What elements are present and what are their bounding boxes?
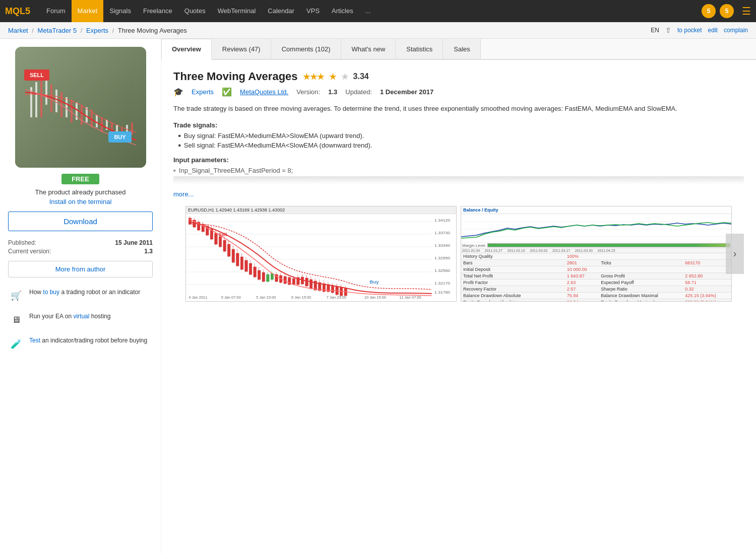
breadcrumb-metatrader[interactable]: MetaTrader 5 bbox=[38, 27, 77, 34]
free-badge: FREE bbox=[61, 174, 99, 184]
language-selector[interactable]: EN bbox=[651, 27, 659, 34]
svg-rect-75 bbox=[267, 274, 269, 282]
tab-comments[interactable]: Comments (102) bbox=[271, 39, 341, 59]
to-pocket-link[interactable]: to pocket bbox=[677, 27, 702, 34]
product-illustration: SELL BUY bbox=[15, 47, 146, 168]
tab-whats-new[interactable]: What's new bbox=[341, 39, 396, 59]
nav-forum[interactable]: Forum bbox=[40, 0, 72, 22]
promo-virtual-text: Run your EA on virtual hosting bbox=[29, 312, 110, 321]
share-icon[interactable]: ⇧ bbox=[665, 26, 671, 34]
balance-svg bbox=[461, 214, 731, 242]
screenshot-chart-1[interactable]: EURUSD,H1 1.42940 1.43169 1.42938 1.4300… bbox=[185, 206, 457, 302]
nav-quotes[interactable]: Quotes bbox=[178, 0, 212, 22]
published-label: Published: bbox=[8, 239, 36, 246]
message-count: 5 bbox=[720, 4, 734, 18]
nav-calendar[interactable]: Calendar bbox=[262, 0, 300, 22]
svg-text:SELL: SELL bbox=[29, 72, 43, 78]
nav-webterminal[interactable]: WebTerminal bbox=[212, 0, 262, 22]
svg-rect-57 bbox=[228, 244, 230, 256]
svg-text:1.31780: 1.31780 bbox=[434, 290, 450, 295]
download-button[interactable]: Download bbox=[8, 212, 153, 231]
svg-rect-65 bbox=[245, 260, 247, 271]
nav-signals[interactable]: Signals bbox=[103, 0, 137, 22]
brand-logo[interactable]: MQL5 bbox=[5, 6, 30, 17]
product-title-row: Three Moving Averages ★★★★★ 3.34 bbox=[173, 70, 744, 83]
tab-statistics[interactable]: Statistics bbox=[396, 39, 443, 59]
test-link[interactable]: Test bbox=[29, 337, 40, 344]
svg-rect-9 bbox=[71, 100, 73, 122]
svg-text:5 Jan 23:00: 5 Jan 23:00 bbox=[256, 295, 276, 300]
category-link[interactable]: Experts bbox=[192, 88, 214, 96]
svg-text:1.32950: 1.32950 bbox=[434, 255, 450, 260]
message-badge[interactable]: 5 bbox=[720, 4, 734, 18]
version-row: Current version: 1.3 bbox=[8, 248, 153, 255]
more-from-author-button[interactable]: More from author bbox=[8, 261, 153, 277]
stats-table: History Quality100% Bars2801Ticks663170 … bbox=[461, 253, 731, 302]
brand-version: 5 bbox=[25, 6, 30, 16]
star-half: ★ bbox=[329, 72, 336, 82]
chart-svg-1: 1.34120 1.33730 1.33340 1.32950 1.32560 … bbox=[186, 214, 456, 300]
svg-rect-2 bbox=[35, 82, 37, 117]
svg-rect-93 bbox=[305, 278, 308, 286]
breadcrumb-market[interactable]: Market bbox=[8, 27, 28, 34]
svg-rect-87 bbox=[292, 278, 295, 285]
right-content: Overview Reviews (47) Comments (102) Wha… bbox=[161, 39, 756, 553]
svg-text:Buy: Buy bbox=[369, 280, 379, 285]
svg-text:1.33730: 1.33730 bbox=[434, 230, 450, 235]
install-on-terminal-link[interactable]: Install on the terminal bbox=[8, 198, 153, 205]
nav-freelance[interactable]: Freelance bbox=[137, 0, 178, 22]
svg-rect-6 bbox=[55, 90, 57, 112]
svg-rect-59 bbox=[232, 249, 234, 262]
svg-rect-105 bbox=[331, 286, 334, 293]
svg-rect-69 bbox=[254, 267, 256, 277]
screenshots-area: EURUSD,H1 1.42940 1.43169 1.42938 1.4300… bbox=[173, 206, 744, 302]
nav-more[interactable]: ... bbox=[359, 0, 377, 22]
svg-text:1.32560: 1.32560 bbox=[434, 268, 450, 273]
complain-link[interactable]: complain bbox=[724, 27, 748, 34]
to-buy-link[interactable]: to buy bbox=[43, 289, 59, 296]
published-value: 15 June 2011 bbox=[115, 239, 153, 246]
tabs-bar: Overview Reviews (47) Comments (102) Wha… bbox=[161, 39, 756, 60]
breadcrumb-sep-2: / bbox=[81, 27, 83, 34]
stats-dates: 2011.01.04 2011.01.27 2011.02.10 2011.03… bbox=[461, 248, 731, 253]
svg-text:6 Jan 15:00: 6 Jan 15:00 bbox=[291, 295, 311, 300]
signal-list: Buy signal: FastEMA>MediumEMA>SlowEMA (u… bbox=[173, 132, 744, 149]
virtual-icon: 🖥 bbox=[8, 312, 24, 328]
screenshot-chart-2[interactable]: Balance / Equity bbox=[461, 206, 732, 302]
tab-reviews[interactable]: Reviews (47) bbox=[212, 39, 271, 59]
nav-market[interactable]: Market bbox=[72, 0, 104, 22]
more-link[interactable]: more... bbox=[173, 190, 744, 198]
nav-articles[interactable]: Articles bbox=[326, 0, 359, 22]
signal-sell-text: Sell signal: FastEMA<MediumEMA<SlowEMA (… bbox=[184, 142, 372, 149]
svg-text:4 Jan 2011: 4 Jan 2011 bbox=[188, 295, 207, 300]
svg-rect-51 bbox=[215, 233, 217, 244]
notification-badge[interactable]: 5 bbox=[702, 4, 716, 18]
nav-vps[interactable]: VPS bbox=[300, 0, 326, 22]
next-screenshot-arrow[interactable]: › bbox=[726, 234, 744, 274]
svg-rect-11 bbox=[81, 105, 83, 125]
purchased-text: The product already purchased bbox=[8, 188, 153, 196]
svg-text:Sell: Sell bbox=[218, 232, 227, 237]
version-value: 1.3 bbox=[144, 248, 153, 255]
promo-virtual: 🖥 Run your EA on virtual hosting bbox=[8, 312, 153, 328]
svg-rect-95 bbox=[309, 280, 312, 289]
star-empty: ★ bbox=[341, 72, 348, 82]
edit-link[interactable]: edit bbox=[708, 27, 718, 34]
breadcrumb-experts[interactable]: Experts bbox=[86, 27, 108, 34]
virtual-link[interactable]: virtual bbox=[73, 313, 89, 320]
tab-overview[interactable]: Overview bbox=[161, 39, 212, 60]
svg-rect-71 bbox=[258, 270, 261, 280]
promo-test: 🧪 Test an indicator/trading robot before… bbox=[8, 336, 153, 352]
meta-info: Published: 15 June 2011 Current version:… bbox=[8, 239, 153, 255]
svg-text:1.34120: 1.34120 bbox=[434, 218, 450, 223]
chart-title-1: EURUSD,H1 1.42940 1.43169 1.42938 1.4300… bbox=[186, 206, 456, 214]
product-title-text: Three Moving Averages bbox=[173, 70, 298, 83]
svg-rect-61 bbox=[236, 253, 239, 266]
hamburger-menu[interactable]: ☰ bbox=[742, 5, 751, 17]
svg-rect-53 bbox=[219, 237, 221, 247]
version-label-text: Version: bbox=[296, 88, 320, 96]
author-link[interactable]: MetaQuotes Ltd. bbox=[240, 88, 288, 96]
tab-sales[interactable]: Sales bbox=[443, 39, 481, 59]
nav-icons: 5 5 ☰ bbox=[702, 4, 751, 18]
promo-buy-text: How to buy a trading robot or an indicat… bbox=[29, 288, 140, 297]
